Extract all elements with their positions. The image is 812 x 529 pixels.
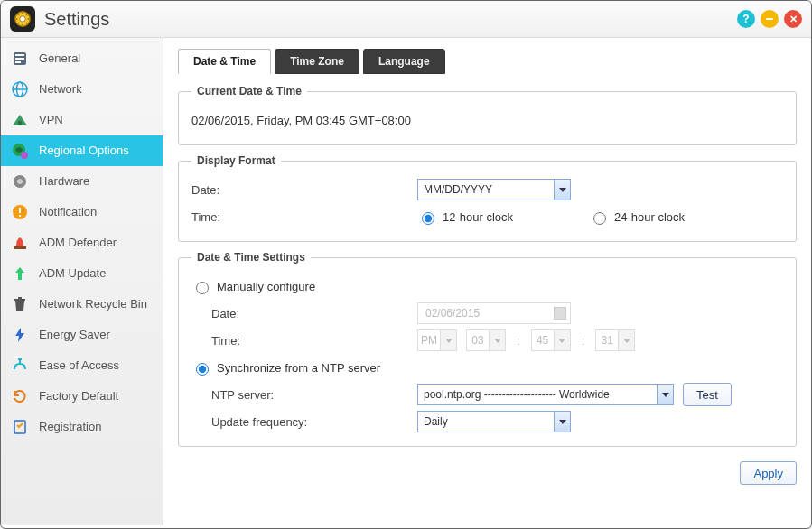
admupdate-icon <box>10 264 30 283</box>
sidebar: GeneralNetworkVPNRegional OptionsHardwar… <box>1 38 163 525</box>
svg-point-3 <box>22 24 23 26</box>
calendar-icon <box>554 307 566 320</box>
chevron-down-icon <box>657 385 673 404</box>
manual-date-label: Date: <box>211 307 408 320</box>
svg-point-1 <box>20 16 25 22</box>
close-button[interactable] <box>784 10 802 28</box>
svg-rect-25 <box>14 246 26 249</box>
tabbar: Date & TimeTime ZoneLanguage <box>178 49 797 74</box>
radio-manual[interactable] <box>196 282 209 294</box>
regional-icon <box>10 141 30 161</box>
sidebar-item-ease[interactable]: Ease of Access <box>1 350 163 381</box>
notification-icon <box>10 202 30 222</box>
time-format-label: Time: <box>191 210 408 224</box>
radio-ntp[interactable] <box>196 363 209 376</box>
ntp-server-select[interactable]: pool.ntp.org -------------------- Worldw… <box>417 384 674 405</box>
settings-window: Settings ? GeneralNetworkVPNRegional Opt… <box>0 0 812 529</box>
sidebar-item-registration[interactable]: Registration <box>1 412 163 442</box>
update-frequency-select[interactable]: Daily <box>417 411 571 432</box>
tab-language[interactable]: Language <box>363 49 445 74</box>
sidebar-item-energy[interactable]: Energy Saver <box>1 320 163 350</box>
app-icon <box>10 6 35 32</box>
chevron-down-icon <box>554 412 570 432</box>
sidebar-item-admupdate[interactable]: ADM Update <box>1 258 163 289</box>
sidebar-item-recyclebin[interactable]: Network Recycle Bin <box>1 289 163 320</box>
svg-rect-26 <box>14 299 25 301</box>
sidebar-item-regional[interactable]: Regional Options <box>1 135 163 166</box>
svg-point-6 <box>18 14 20 16</box>
minimize-button[interactable] <box>761 10 779 28</box>
test-button[interactable]: Test <box>683 383 732 406</box>
factory-icon <box>10 386 30 406</box>
footer: Apply <box>178 456 797 485</box>
display-format-group: Display Format Date: MM/DD/YYYY Time: 12… <box>178 154 797 242</box>
tab-timezone[interactable]: Time Zone <box>275 49 359 74</box>
sidebar-item-label: Ease of Access <box>39 359 154 373</box>
ntp-server-label: NTP server: <box>211 388 408 402</box>
hour-select: 03 <box>466 329 506 351</box>
admdefender-icon <box>10 233 30 253</box>
svg-point-4 <box>16 18 18 20</box>
registration-icon <box>10 417 30 437</box>
display-format-legend: Display Format <box>191 154 281 167</box>
svg-rect-24 <box>19 215 21 217</box>
update-frequency-label: Update frequency: <box>211 415 408 429</box>
general-icon <box>10 49 30 69</box>
sidebar-item-network[interactable]: Network <box>1 74 163 105</box>
current-date-time-legend: Current Date & Time <box>191 85 307 97</box>
sidebar-item-label: Factory Default <box>39 390 154 404</box>
sidebar-item-vpn[interactable]: VPN <box>1 105 163 135</box>
manual-time-label: Time: <box>211 334 408 348</box>
radio-ntp-label: Synchronize from a NTP server <box>217 361 380 375</box>
hardware-icon <box>10 172 30 191</box>
current-date-time-group: Current Date & Time 02/06/2015, Friday, … <box>178 85 797 145</box>
apply-button[interactable]: Apply <box>740 461 797 485</box>
sidebar-item-label: Network Recycle Bin <box>39 298 154 311</box>
energy-icon <box>10 325 30 345</box>
radio-manual-label: Manually configure <box>217 280 315 293</box>
ampm-select: PM <box>417 329 457 351</box>
svg-point-5 <box>28 18 30 20</box>
date-format-label: Date: <box>191 183 408 197</box>
svg-point-19 <box>21 152 28 159</box>
manual-date-input: 02/06/2015 <box>417 302 571 324</box>
svg-rect-23 <box>19 208 21 213</box>
sidebar-item-notification[interactable]: Notification <box>1 197 163 227</box>
content-pane: Date & TimeTime ZoneLanguage Current Dat… <box>163 38 811 525</box>
titlebar: Settings ? <box>1 1 811 38</box>
radio-12-hour-label: 12-hour clock <box>443 210 513 224</box>
sidebar-item-label: Regional Options <box>39 144 154 158</box>
sidebar-item-hardware[interactable]: Hardware <box>1 166 163 197</box>
date-format-select[interactable]: MM/DD/YYYY <box>417 179 571 200</box>
sidebar-item-label: Hardware <box>39 175 154 189</box>
sidebar-item-admdefender[interactable]: ADM Defender <box>1 227 163 258</box>
svg-point-2 <box>22 13 23 14</box>
vpn-icon <box>10 110 30 130</box>
svg-point-21 <box>17 179 23 184</box>
svg-point-9 <box>26 23 28 24</box>
tab-datetime[interactable]: Date & Time <box>178 49 271 74</box>
date-time-settings-legend: Date & Time Settings <box>191 251 311 264</box>
radio-24-hour[interactable] <box>593 212 606 225</box>
sidebar-item-label: Notification <box>39 206 154 219</box>
svg-rect-17 <box>18 121 22 125</box>
recyclebin-icon <box>10 294 30 314</box>
radio-12-hour[interactable] <box>422 212 434 225</box>
current-date-time-value: 02/06/2015, Friday, PM 03:45 GMT+08:00 <box>191 114 411 127</box>
date-time-settings-group: Date & Time Settings Manually configure … <box>178 251 797 447</box>
minute-select: 45 <box>531 329 571 351</box>
svg-rect-27 <box>18 297 22 299</box>
sidebar-item-label: Energy Saver <box>39 329 154 342</box>
sidebar-item-factory[interactable]: Factory Default <box>1 381 163 412</box>
radio-24-hour-label: 24-hour clock <box>614 210 685 224</box>
sidebar-item-label: Registration <box>39 421 154 434</box>
sidebar-item-label: Network <box>39 83 154 97</box>
network-icon <box>10 79 30 99</box>
ease-icon <box>10 356 30 376</box>
svg-point-8 <box>18 23 20 24</box>
sidebar-item-label: VPN <box>39 114 154 127</box>
help-button[interactable]: ? <box>737 10 755 28</box>
svg-rect-12 <box>15 58 24 60</box>
sidebar-item-label: ADM Defender <box>39 237 154 250</box>
sidebar-item-general[interactable]: General <box>1 43 163 74</box>
